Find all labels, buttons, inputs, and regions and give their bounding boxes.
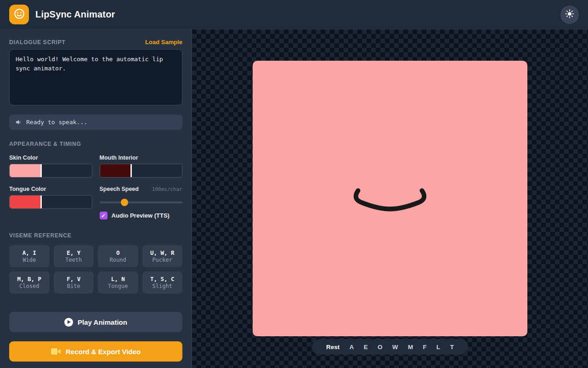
viseme-bar-item-m[interactable]: M <box>408 344 413 351</box>
play-button-label: Play Animation <box>78 318 127 326</box>
audio-preview-label: Audio Preview (TTS) <box>112 212 170 219</box>
viseme-card-wide[interactable]: A, I Wide <box>9 245 50 267</box>
dialogue-section-title: DIALOGUE SCRIPT <box>9 39 66 46</box>
viseme-name: Closed <box>19 283 39 289</box>
viseme-name: Round <box>110 257 126 263</box>
audio-preview-toggle[interactable]: ✓ Audio Preview (TTS) <box>100 212 183 219</box>
viseme-name: Teeth <box>65 257 82 263</box>
speech-speed-value: 100ms/char <box>152 186 182 192</box>
sun-icon <box>565 9 575 20</box>
viseme-name: Wide <box>23 257 36 263</box>
skin-color-input[interactable] <box>9 164 92 178</box>
app-header: LipSync Animator <box>0 0 588 29</box>
viseme-keys: E, Y <box>67 249 80 256</box>
viseme-card-round[interactable]: O Round <box>98 245 138 267</box>
viseme-card-slight[interactable]: T, S, C Slight <box>142 271 183 293</box>
viseme-card-tongue[interactable]: L, N Tongue <box>98 271 138 293</box>
mouth-interior-input[interactable] <box>100 164 183 178</box>
page-title: LipSync Animator <box>35 9 115 20</box>
viseme-bar-item-rest[interactable]: Rest <box>326 344 339 351</box>
face-canvas <box>253 61 527 336</box>
speech-speed-field: Speech Speed 100ms/char ✓ Audio Preview … <box>100 186 183 219</box>
viseme-card-pucker[interactable]: U, W, R Pucker <box>142 245 183 267</box>
speech-status-bar: Ready to speak... <box>9 115 182 130</box>
viseme-bar-item-f[interactable]: F <box>423 344 427 351</box>
slider-track <box>100 201 183 203</box>
speech-speed-slider[interactable] <box>100 199 183 206</box>
speech-status-text: Ready to speak... <box>26 119 87 126</box>
viseme-name: Bite <box>67 283 80 289</box>
load-sample-button[interactable]: Load Sample <box>145 39 182 46</box>
viseme-section-title: VISEME REFERENCE <box>9 232 72 239</box>
viseme-card-teeth[interactable]: E, Y Teeth <box>54 245 94 267</box>
viseme-keys: F, V <box>67 276 80 282</box>
video-camera-icon <box>51 348 61 355</box>
viseme-name: Tongue <box>108 283 128 289</box>
viseme-keys: U, W, R <box>150 249 175 256</box>
mouth-interior-label: Mouth Interior <box>100 155 183 161</box>
tongue-color-swatch <box>10 196 40 208</box>
appearance-section-title: APPEARANCE & TIMING <box>9 141 81 147</box>
slider-thumb[interactable] <box>121 199 128 206</box>
record-button-label: Record & Export Video <box>66 348 141 356</box>
swatch-divider <box>40 164 42 177</box>
skin-color-field: Skin Color <box>9 155 92 178</box>
skin-color-label: Skin Color <box>9 155 92 161</box>
speaker-icon <box>15 119 22 126</box>
skin-color-swatch <box>10 164 40 177</box>
viseme-keys: M, B, P <box>17 276 41 282</box>
tongue-color-label: Tongue Color <box>9 186 92 192</box>
animation-stage: Rest A E O W M F L T <box>192 29 588 368</box>
viseme-bar-item-o[interactable]: O <box>378 344 383 351</box>
viseme-keys: O <box>116 249 120 256</box>
viseme-bar-item-t[interactable]: T <box>450 344 454 351</box>
play-icon <box>64 318 73 327</box>
viseme-bar-item-w[interactable]: W <box>392 344 398 351</box>
viseme-card-bite[interactable]: F, V Bite <box>54 271 94 293</box>
viseme-name: Pucker <box>153 257 172 263</box>
app-logo <box>9 5 29 24</box>
viseme-reference-grid: A, I Wide E, Y Teeth O Round U, W, R Puc… <box>9 245 182 293</box>
viseme-name: Slight <box>153 283 172 289</box>
tongue-color-input[interactable] <box>9 195 92 209</box>
mouth-interior-swatch <box>100 164 131 177</box>
record-export-button[interactable]: Record & Export Video <box>9 341 182 362</box>
play-animation-button[interactable]: Play Animation <box>9 312 182 332</box>
viseme-card-closed[interactable]: M, B, P Closed <box>9 271 50 293</box>
viseme-bar-item-a[interactable]: A <box>350 344 354 351</box>
dialogue-script-input[interactable]: Hello world! Welcome to the automatic li… <box>9 49 182 105</box>
sidebar: DIALOGUE SCRIPT Load Sample Hello world!… <box>0 29 192 368</box>
mouth-interior-field: Mouth Interior <box>100 155 183 178</box>
viseme-bar-item-l[interactable]: L <box>436 344 440 351</box>
speech-speed-label: Speech Speed <box>100 186 139 192</box>
smiley-icon <box>13 8 25 22</box>
swatch-divider <box>130 164 132 177</box>
tongue-color-field: Tongue Color <box>9 186 92 219</box>
swatch-divider <box>40 196 42 208</box>
mouth-rest-shape <box>351 184 430 213</box>
viseme-keys: L, N <box>111 276 125 282</box>
theme-toggle-button[interactable] <box>560 6 579 24</box>
viseme-bar-item-e[interactable]: E <box>364 344 368 351</box>
checkbox-checked-icon[interactable]: ✓ <box>100 212 107 219</box>
viseme-preview-bar: Rest A E O W M F L T <box>312 339 468 355</box>
viseme-keys: T, S, C <box>150 276 175 282</box>
viseme-keys: A, I <box>23 249 36 256</box>
